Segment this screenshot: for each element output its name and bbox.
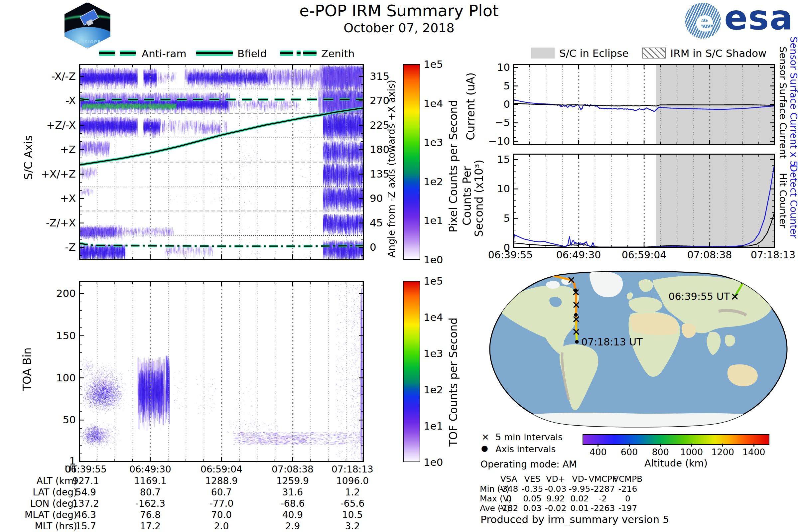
ephem-cell-r1c3: 06:59:04 [190, 465, 253, 474]
volt-col-VCMPB: VCMPB [609, 475, 646, 483]
current-tick-−5: −5 [477, 117, 510, 128]
pixel-cb-tick-1e1: 1e1 [424, 215, 443, 226]
ground-track-segment [519, 272, 531, 272]
ephem-cell-r1c2: 06:49:30 [119, 465, 182, 474]
sc-axis-category-7: -Z/+X [23, 218, 76, 228]
ground-track-map: 06:39:55 UT07:18:13 UT [480, 269, 796, 430]
toa-tick-100: 100 [36, 373, 76, 383]
tof-cb-tick-1e2: 1e2 [424, 385, 443, 395]
epop-irm-summary-screen: { "header": { "title": "e-POP IRM Summar… [0, 0, 798, 532]
ground-track-segment [576, 292, 576, 305]
pixel-cb-tick-1e0: 1e0 [424, 255, 443, 265]
five-min-intervals-label: 5 min intervals [495, 432, 563, 442]
ephem-cell-r2c5: 1096.0 [321, 476, 384, 486]
alt-tick-mark-400 [597, 443, 598, 446]
altitude-colorbar-title: Altitude (km) [633, 457, 719, 469]
right-time-tick-5: 07:18:13 [743, 250, 798, 260]
produced-by-label: Produced by irm_summary version 5 [480, 513, 669, 525]
tof-counts-colorbar-title: TOF Counts per Second [447, 318, 460, 446]
alt-tick-mark-600 [629, 443, 630, 446]
dot-marker-icon: ● [481, 443, 488, 453]
hit-counter-label: Hit Counter [777, 173, 789, 228]
ephem-cell-r3c4: 31.6 [261, 488, 324, 497]
pixel-counts-colorbar-title: Pixel Counts per Second [447, 100, 460, 232]
map-start-time-label: 06:39:55 UT [668, 291, 730, 302]
pixel-cb-tick-1e5: 1e5 [424, 59, 443, 70]
pixel-counts-colorbar [403, 64, 420, 260]
tof-counts-colorbar [403, 281, 420, 462]
sc-axis-category-5: +X/+Z [23, 169, 76, 179]
ephem-cell-r5c1: 46.3 [54, 510, 117, 520]
ephem-cell-r4c4: -68.6 [261, 499, 324, 508]
ephem-cell-r3c5: 1.2 [321, 488, 384, 497]
toa-tick-50: 50 [36, 415, 76, 425]
toa-bin-ylabel: TOA Bin [21, 347, 34, 391]
ephem-cell-r6c4: 2.9 [261, 522, 324, 531]
angle-tick-0: 0 [370, 242, 376, 252]
tof-cb-tick-1e5: 1e5 [424, 276, 443, 286]
ephem-cell-r2c3: 1288.9 [190, 476, 253, 486]
ephem-cell-r3c3: 60.7 [190, 488, 253, 497]
ephem-cell-r2c2: 1169.1 [119, 476, 182, 486]
alt-tick-1000: 1000 [675, 448, 708, 457]
counts-tick-5: 5 [477, 213, 510, 224]
ephem-cell-r5c2: 76.8 [119, 510, 182, 520]
current-tick-0: 0 [477, 99, 510, 109]
alt-tick-mark-800 [660, 443, 661, 446]
sc-axis-category-8: -Z [23, 242, 76, 252]
x-marker-icon: ✕ [482, 432, 489, 442]
alt-tick-400: 400 [582, 448, 615, 457]
volt-cell-r3c6: -197 [609, 504, 646, 512]
ephem-cell-r6c3: 2.0 [190, 522, 253, 531]
ground-track-segment [746, 270, 749, 275]
current-tick-−10: −10 [477, 136, 510, 146]
esa-e-glyph: e [695, 5, 714, 38]
ephem-cell-r1c4: 07:08:38 [261, 465, 324, 474]
esa-globe-icon: e [685, 3, 721, 39]
counters-plot [513, 154, 775, 248]
ephem-cell-r4c5: -65.6 [321, 499, 384, 508]
irm-shadow-legend-label: IRM in S/C Shadow [670, 48, 766, 59]
angle-axis-title: Angle from -Z axis (towards +X axis) [386, 80, 397, 258]
cassiope-mission-badge: CASSIOPE [62, 2, 112, 49]
map-end-time-label: 07:18:13 UT [581, 336, 643, 348]
sc-axis-category-3: +Z/-X [23, 120, 76, 130]
tof-cb-tick-1e4: 1e4 [424, 312, 443, 323]
page-date: October 07, 2018 [343, 21, 454, 35]
counts-tick-15: 15 [477, 154, 510, 165]
anti-ram-legend-label: Anti-ram [141, 48, 187, 59]
toa-bin-spectrogram-plot [79, 281, 364, 462]
right-time-tick-4: 07:08:38 [680, 250, 740, 260]
counts-tick-10: 10 [477, 184, 510, 194]
altitude-colorbar [583, 434, 770, 445]
tof-cb-tick-1e1: 1e1 [424, 421, 443, 431]
ground-track-segment [499, 272, 519, 274]
bfield-legend-label: Bfield [238, 48, 267, 59]
alt-tick-1200: 1200 [706, 448, 740, 457]
ground-track-segment [531, 272, 537, 273]
ephem-cell-r5c5: 10.5 [321, 510, 384, 520]
counts-ylabel-line2: Second (x10³) [473, 159, 486, 237]
ephem-cell-r2c4: 1259.9 [261, 476, 324, 486]
alt-tick-800: 800 [644, 448, 677, 457]
right-time-tick-3: 06:59:04 [614, 250, 674, 260]
esa-wordmark: esa [724, 0, 794, 38]
ephem-cell-r4c3: -77.0 [190, 499, 253, 508]
five-min-marker [535, 270, 540, 276]
ephem-cell-r6c5: 3.2 [321, 522, 384, 531]
sc-axis-category-6: +X [23, 193, 76, 204]
ephem-cell-r5c4: 40.9 [261, 510, 324, 520]
ephem-cell-r4c1: 137.2 [54, 499, 117, 508]
ephem-cell-r1c5: 07:18:13 [321, 465, 384, 474]
pixel-cb-tick-1e4: 1e4 [424, 98, 443, 109]
ephem-cell-r6c1: 15.7 [54, 522, 117, 531]
right-time-tick-1: 06:39:55 [480, 250, 540, 260]
esa-logo: e esa [685, 2, 798, 41]
current-tick-10: 10 [477, 62, 510, 73]
axis-intervals-label: Axis intervals [495, 444, 556, 454]
axis-interval-marker [574, 289, 577, 292]
ephem-cell-r5c3: 70.0 [190, 510, 253, 520]
axis-interval-marker [530, 271, 533, 274]
alt-tick-mark-1000 [691, 443, 692, 446]
axis-interval-marker [574, 313, 578, 317]
